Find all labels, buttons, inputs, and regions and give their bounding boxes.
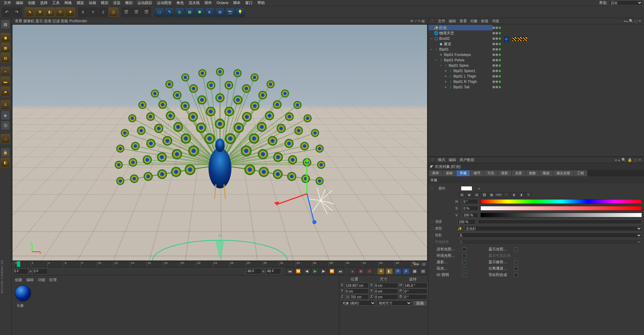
- menu-文件[interactable]: 文件: [1, 1, 13, 5]
- timeline-menu-button[interactable]: ▤: [421, 262, 427, 266]
- keysel-button[interactable]: ⊘: [366, 268, 373, 275]
- expand-icon[interactable]: −: [430, 36, 433, 40]
- am-grip-icon[interactable]: ⠿: [431, 158, 434, 162]
- attr-tab-常规[interactable]: 常规: [456, 170, 470, 176]
- attr-tab-工程[interactable]: 工程: [574, 170, 587, 176]
- ambient-checkbox[interactable]: [462, 254, 466, 258]
- snap-button[interactable]: Ⓢ: [1, 121, 10, 130]
- vp-nav-icon-2[interactable]: ⤢: [414, 19, 417, 23]
- color-mode-rgb[interactable]: ▥: [459, 192, 465, 197]
- am-new-icon[interactable]: ▢: [634, 158, 637, 162]
- am-menu-编辑[interactable]: 编辑: [449, 158, 456, 162]
- layout-dropdown[interactable]: 启动: [609, 0, 643, 5]
- mat-tab-创建[interactable]: 创建: [15, 277, 22, 282]
- current-frame-field[interactable]: [32, 268, 48, 274]
- show-clip-checkbox[interactable]: [514, 260, 518, 264]
- add-pen-button[interactable]: ✎: [165, 7, 174, 17]
- vp-nav-icon-1[interactable]: ✥: [410, 19, 413, 23]
- menu-动画[interactable]: 动画: [86, 1, 99, 5]
- om-menu-文件[interactable]: 文件: [438, 19, 445, 23]
- edge-mode-button[interactable]: ▬: [1, 77, 10, 86]
- workplane-button[interactable]: ▤: [1, 53, 10, 63]
- color-mode-k[interactable]: ⋮: [503, 192, 509, 197]
- menu-渲染[interactable]: 渲染: [111, 1, 123, 5]
- val-slider[interactable]: [480, 213, 642, 217]
- add-deformer-button[interactable]: ⬢: [195, 7, 204, 17]
- color-mode-image[interactable]: 🖼: [481, 192, 487, 197]
- color-swatch[interactable]: [461, 186, 472, 191]
- record-button[interactable]: ●: [349, 268, 356, 275]
- menu-Octane[interactable]: Octane: [214, 1, 231, 5]
- render-pv-button[interactable]: 🎬: [132, 7, 141, 17]
- magnet-button[interactable]: ⊃: [1, 134, 10, 144]
- am-menu-模式[interactable]: 模式: [438, 158, 445, 162]
- gi-checkbox[interactable]: [462, 273, 466, 277]
- menu-插件[interactable]: 插件: [202, 1, 214, 5]
- menu-窗口[interactable]: 窗口: [243, 1, 255, 5]
- tree-item-Bip01[interactable]: −⟊Bip01: [428, 47, 493, 52]
- expand-icon[interactable]: −: [435, 58, 438, 62]
- color-mode-spectrum[interactable]: ▤: [474, 192, 480, 197]
- coord-system-button[interactable]: ◫: [109, 7, 118, 17]
- expand-icon[interactable]: +: [444, 74, 447, 78]
- add-camera-button[interactable]: ▦: [215, 7, 225, 17]
- render-settings-button[interactable]: 🎬: [142, 7, 151, 17]
- menu-运动图形[interactable]: 运动图形: [155, 1, 174, 5]
- shadow-dropdown[interactable]: 无: [457, 233, 642, 238]
- om-filter-icon[interactable]: ▢: [634, 19, 638, 23]
- key-mode-4[interactable]: P: [402, 268, 410, 275]
- tag-4[interactable]: [523, 37, 528, 41]
- om-menu-书签[interactable]: 书签: [492, 19, 499, 23]
- tree-item-Bip01-Tail[interactable]: +⟊Bip01 Tail: [428, 84, 493, 90]
- point-mode-button[interactable]: ▪: [1, 67, 10, 76]
- pos-Y[interactable]: [345, 288, 369, 294]
- hue-field[interactable]: [462, 199, 478, 204]
- add-nurbs-button[interactable]: ◍: [175, 7, 184, 17]
- menu-运动跟踪[interactable]: 运动跟踪: [135, 1, 155, 5]
- no-illum-checkbox[interactable]: [462, 247, 466, 251]
- axis-mode-button[interactable]: ╚: [1, 100, 10, 110]
- am-prev-icon[interactable]: ◂: [615, 158, 617, 162]
- size-Y[interactable]: [374, 288, 398, 294]
- add-light-button[interactable]: 💡: [235, 7, 245, 17]
- expand-icon[interactable]: −: [439, 63, 443, 67]
- tree-item-灯光[interactable]: ✨灯光: [428, 25, 493, 30]
- tree-item-Bip01-Footsteps[interactable]: ⌗Bip01 Footsteps: [428, 52, 493, 57]
- autokey-button[interactable]: ◉: [357, 268, 365, 275]
- rot-P[interactable]: [403, 288, 427, 294]
- rot-B[interactable]: [403, 294, 427, 300]
- tweak-mode-button[interactable]: ◉: [1, 111, 10, 120]
- attr-tab-投影[interactable]: 投影: [498, 170, 511, 176]
- menu-角色[interactable]: 角色: [174, 1, 186, 5]
- goto-start-button[interactable]: ⏮: [286, 268, 293, 275]
- size-Z[interactable]: [374, 294, 398, 300]
- attr-tab-基本[interactable]: 基本: [429, 170, 442, 176]
- play-button[interactable]: ▶: [311, 268, 319, 275]
- attr-tab-镜头光晕[interactable]: 镜头光晕: [553, 170, 573, 176]
- om-menu-编辑[interactable]: 编辑: [449, 19, 456, 23]
- pos-X[interactable]: [345, 283, 369, 288]
- select-tool-button[interactable]: ⬉: [25, 7, 34, 17]
- poly-mode-button[interactable]: ▰: [1, 87, 10, 96]
- mat-tab-纹理[interactable]: 纹理: [49, 277, 57, 282]
- color-mode-mixer1[interactable]: ▮: [511, 192, 517, 197]
- color-mode-wheel[interactable]: ◉: [466, 192, 472, 197]
- coord-apply-button[interactable]: 应用: [413, 300, 427, 306]
- z-axis-lock-button[interactable]: Z: [99, 7, 108, 17]
- menu-脚本[interactable]: 脚本: [231, 1, 243, 5]
- color-mode-mixer2[interactable]: ▮: [518, 192, 524, 197]
- om-menu-查看[interactable]: 查看: [459, 19, 467, 23]
- menu-雕刻[interactable]: 雕刻: [123, 1, 135, 5]
- tag-3[interactable]: [517, 37, 522, 41]
- tree-item-Bip01-R-Thigh[interactable]: +⟊Bip01 R Thigh: [428, 79, 493, 84]
- color-mode-swatches[interactable]: ▦: [488, 192, 495, 197]
- om-grip-icon[interactable]: ⠿: [431, 19, 434, 23]
- add-camera2-button[interactable]: 📷: [225, 7, 235, 17]
- locked-workplane-button[interactable]: 🔒: [1, 148, 10, 157]
- anim-dot-color[interactable]: [430, 187, 433, 190]
- om-menu-对象[interactable]: 对象: [470, 19, 478, 23]
- tree-item-蒙皮[interactable]: ◆蒙皮: [428, 41, 493, 47]
- am-menu-用户数据[interactable]: 用户数据: [459, 158, 474, 162]
- intensity-field[interactable]: [457, 219, 476, 224]
- redo-button[interactable]: ↷: [12, 7, 22, 17]
